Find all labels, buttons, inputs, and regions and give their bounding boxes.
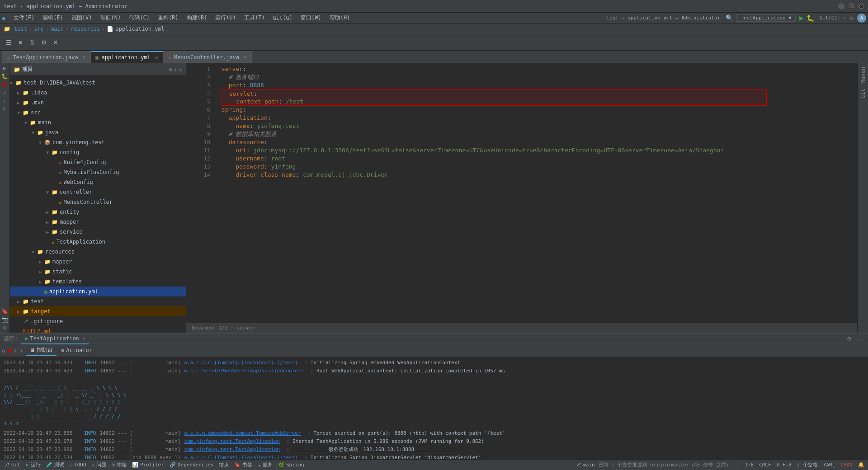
bottom-tab-actuator[interactable]: ⚙ Actuator bbox=[57, 345, 96, 356]
tree-item-knife4j[interactable]: ☕ Knife4jConfig bbox=[10, 157, 186, 167]
git-status-item[interactable]: ⎇ Git bbox=[4, 462, 20, 468]
tab-testapplication[interactable]: ☕ TestApplication.java ✕ bbox=[2, 51, 90, 63]
tree-item-root[interactable]: ▼ 📁 test D:\IDEA_JAVA\test bbox=[10, 78, 186, 88]
breadcrumb-resources[interactable]: resources bbox=[71, 26, 100, 32]
menu-build[interactable]: 构建(B) bbox=[183, 13, 211, 23]
tree-item-mvn[interactable]: ▶ 📁 .mvn bbox=[10, 98, 186, 108]
run-config-dropdown[interactable]: TestApplication ▼ bbox=[736, 14, 796, 22]
console-output[interactable]: 2022-04-10 21:47:19.423 INFO 14892 --- [… bbox=[0, 357, 868, 459]
code-area[interactable]: server: # 服务端口 port: 8888 servlet: bbox=[214, 63, 857, 323]
tree-item-gitignore[interactable]: ⎇ .gitignore bbox=[10, 316, 186, 326]
problems-status-item[interactable]: ⚠ 问题 bbox=[92, 461, 107, 468]
menu-edit[interactable]: 编辑(E) bbox=[39, 13, 67, 23]
cursor-pos-item[interactable]: 1:8 bbox=[745, 461, 754, 468]
log-class-6[interactable]: com.yinfeng.test.TestApplication bbox=[184, 446, 280, 454]
avatar[interactable]: A bbox=[857, 14, 866, 23]
log-class-2[interactable]: w.s.c.ServletWebServerApplicationContext bbox=[184, 367, 304, 375]
close-button[interactable]: ✕ bbox=[858, 3, 864, 9]
restart-icon[interactable]: ↺ bbox=[2, 348, 5, 354]
tree-item-idea[interactable]: ▶ 📁 .idea bbox=[10, 88, 186, 98]
lang-item[interactable]: YAML bbox=[823, 461, 835, 468]
encoding-item[interactable]: UTF-8 bbox=[777, 461, 792, 468]
tab-close-testapplication[interactable]: ✕ bbox=[83, 54, 86, 60]
tree-item-java[interactable]: ▼ 📁 java bbox=[10, 127, 186, 137]
up-icon[interactable]: ↑ bbox=[3, 89, 6, 96]
git-history-icon[interactable]: Git bbox=[860, 87, 866, 100]
structure-button[interactable]: ≡ bbox=[15, 38, 25, 47]
sidebar-expand-icon[interactable]: ↕ bbox=[174, 66, 177, 73]
terminal-status-item[interactable]: ⊞ 终端 bbox=[112, 461, 127, 468]
breadcrumb-main[interactable]: main bbox=[51, 26, 64, 32]
run-status-item[interactable]: ▶ 运行 bbox=[26, 461, 41, 468]
project-view-button[interactable]: ☰ bbox=[4, 38, 14, 47]
tree-item-test-folder[interactable]: ▶ 📁 test bbox=[10, 296, 186, 306]
dependencies-status-item[interactable]: 🔗 Dependencies bbox=[170, 462, 213, 468]
menu-code[interactable]: 代码(C) bbox=[125, 13, 153, 23]
run-tab-close[interactable]: ✕ bbox=[83, 336, 85, 341]
tree-item-target[interactable]: ▶ 📁 target bbox=[10, 306, 186, 316]
bookmark-status-item[interactable]: 🔖 书签 bbox=[234, 461, 252, 468]
todo-status-item[interactable]: ☑ TODO bbox=[70, 462, 86, 468]
maximize-button[interactable]: □ bbox=[848, 3, 854, 9]
profiler-status-item[interactable]: 📊 Profiler bbox=[132, 462, 164, 468]
minimize-button[interactable]: — bbox=[838, 3, 844, 9]
bottom-settings-button[interactable]: ⚙ bbox=[845, 335, 854, 343]
menu-git[interactable]: Git(G) bbox=[269, 14, 296, 22]
tab-menuscontroller[interactable]: ☕ MenusController.java ✕ bbox=[163, 51, 252, 63]
debug-button[interactable]: 🐛 bbox=[807, 14, 814, 22]
tree-item-package[interactable]: ▼ 📦 com.yinfeng.test bbox=[10, 137, 186, 147]
tree-item-controller[interactable]: ▼ 📁 controller bbox=[10, 187, 186, 197]
menu-refactor[interactable]: 重构(R) bbox=[154, 13, 182, 23]
fold-icon[interactable]: ⊟ bbox=[3, 106, 6, 112]
git-commit-item[interactable]: ⎇ main 已将 1 个提交推送到 origin/master（45 分钟 之… bbox=[575, 461, 731, 468]
menu-tools[interactable]: 工具(T) bbox=[241, 13, 269, 23]
tree-item-mapper-res[interactable]: ▶ 📁 mapper bbox=[10, 257, 186, 267]
settings-tool-button[interactable]: ⚙ bbox=[39, 38, 49, 47]
menu-view[interactable]: 视图(V) bbox=[68, 13, 96, 23]
editor-content[interactable]: 1 2 3 4 5 6 7 8 9 10 11 12 13 14 bbox=[196, 63, 857, 323]
tab-close-applicationyml[interactable]: ✕ bbox=[155, 55, 158, 61]
debug-icon[interactable]: 🐛 bbox=[1, 73, 8, 80]
tab-applicationyml[interactable]: ▣ application.yml ✕ bbox=[90, 51, 163, 63]
tree-item-static[interactable]: ▶ 📁 static bbox=[10, 267, 186, 277]
log-class-1[interactable]: o.a.c.c.C.[Tomcat].[localhost].[/test] bbox=[184, 359, 298, 367]
services-status-item[interactable]: ☁ 服务 bbox=[258, 461, 273, 468]
tree-item-testapp-class[interactable]: ☕ TestApplication bbox=[10, 237, 186, 247]
tree-item-entity[interactable]: ▶ 📁 entity bbox=[10, 207, 186, 217]
spring-status-item[interactable]: 🌿 Spring bbox=[278, 462, 304, 468]
run-icon[interactable]: ▶ bbox=[3, 65, 6, 71]
camera-icon[interactable]: 📷 bbox=[1, 316, 8, 323]
maven-icon[interactable]: Maven bbox=[860, 65, 866, 85]
tree-item-resources[interactable]: ▼ 📁 resources bbox=[10, 247, 186, 257]
sidebar-settings-icon[interactable]: ⚙ bbox=[169, 66, 172, 73]
tree-item-templates[interactable]: ▶ 📁 templates bbox=[10, 277, 186, 287]
menu-run[interactable]: 运行(U) bbox=[212, 13, 240, 23]
menu-window[interactable]: 窗口(W) bbox=[297, 13, 325, 23]
settings-button[interactable]: ⚙ bbox=[850, 14, 854, 21]
git-checkmark[interactable]: ✓ bbox=[843, 15, 846, 21]
run-tab-testapp[interactable]: ▶ TestApplication ✕ bbox=[21, 334, 89, 344]
tree-item-service[interactable]: ▶ 📁 service bbox=[10, 227, 186, 237]
tree-item-helpmd[interactable]: M HELP.md bbox=[10, 326, 186, 333]
breadcrumb-file[interactable]: application.yml bbox=[115, 26, 164, 32]
gear-left-icon[interactable]: ⚙ bbox=[3, 324, 6, 331]
test-status-item[interactable]: 🧪 测试 bbox=[46, 461, 64, 468]
csdn-item[interactable]: CSDN bbox=[841, 461, 853, 468]
tree-item-config[interactable]: ▼ 📁 config bbox=[10, 147, 186, 157]
tree-item-mapper-java[interactable]: ▶ 📁 mapper bbox=[10, 217, 186, 227]
tree-item-src[interactable]: ▼ 📁 src bbox=[10, 108, 186, 118]
bookmark-icon-left[interactable]: 🔖 bbox=[1, 308, 8, 315]
breadcrumb-test[interactable]: test bbox=[14, 26, 27, 32]
run-button[interactable]: ▶ bbox=[799, 14, 804, 22]
tree-item-mybatis[interactable]: ☕ MybatisPlusConfig bbox=[10, 167, 186, 177]
sidebar-close-icon[interactable]: ✕ bbox=[179, 66, 182, 73]
scroll-down-icon[interactable]: ↓ bbox=[20, 348, 23, 354]
end-status-item[interactable]: 结束 bbox=[219, 461, 229, 468]
stop-bottom-icon[interactable]: ■ bbox=[8, 348, 11, 354]
line-ending-item[interactable]: CRLF bbox=[759, 461, 771, 468]
breadcrumb-src[interactable]: src bbox=[34, 26, 44, 32]
indent-item[interactable]: 2 个空格 bbox=[797, 461, 818, 468]
notifications-item[interactable]: 🔔 bbox=[858, 461, 864, 468]
bottom-minimize-button[interactable]: — bbox=[855, 335, 864, 343]
tree-item-webconfig[interactable]: ☕ WebConfig bbox=[10, 177, 186, 187]
